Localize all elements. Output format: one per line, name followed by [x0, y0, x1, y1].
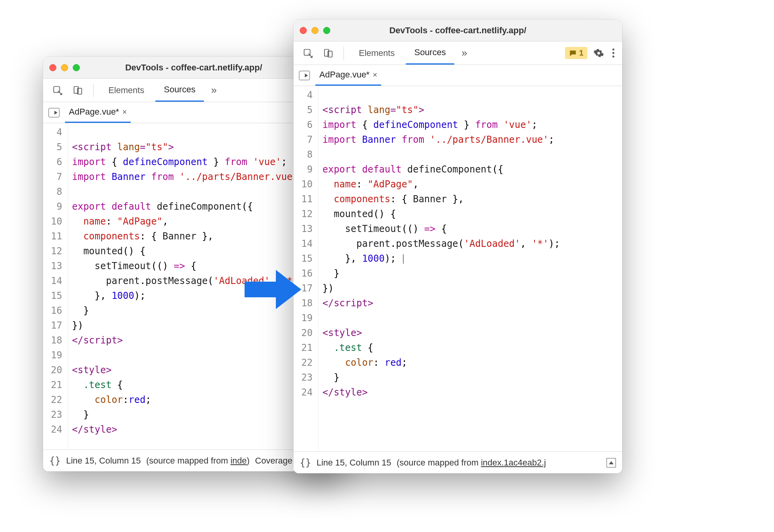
arrow-icon — [241, 266, 303, 313]
close-icon[interactable] — [300, 27, 307, 34]
minimize-icon[interactable] — [311, 27, 319, 34]
code-editor[interactable]: 456789101112131415161718192021222324 <sc… — [293, 86, 622, 451]
devtools-window-right: DevTools - coffee-cart.netlify.app/ Elem… — [293, 20, 622, 473]
collapse-drawer-icon[interactable] — [607, 458, 616, 467]
file-tab-label: AdPage.vue* — [69, 107, 119, 117]
coverage-label[interactable]: Coverage — [255, 456, 292, 466]
tab-sources[interactable]: Sources — [406, 41, 455, 65]
source-map-info: (source mapped from inde) — [146, 456, 250, 466]
file-tab-adpage[interactable]: AdPage.vue* × — [315, 65, 381, 86]
close-tab-icon[interactable]: × — [373, 70, 377, 79]
tab-elements[interactable]: Elements — [100, 79, 153, 102]
device-toggle-icon[interactable] — [69, 82, 87, 99]
more-tabs-icon[interactable]: » — [457, 47, 472, 59]
minimize-icon[interactable] — [61, 64, 68, 71]
main-toolbar: Elements Sources » 1 — [293, 41, 622, 65]
gutter: 456789101112131415161718192021222324 — [43, 123, 68, 449]
file-tab-label: AdPage.vue* — [319, 70, 369, 80]
source-map-link[interactable]: index.1ac4eab2.j — [481, 458, 546, 467]
zoom-icon[interactable] — [323, 27, 330, 34]
navigator-toggle-icon[interactable] — [299, 71, 310, 80]
inspect-icon[interactable] — [49, 82, 67, 99]
separator — [344, 47, 344, 60]
close-tab-icon[interactable]: × — [122, 108, 127, 117]
svg-rect-7 — [572, 53, 573, 54]
navigator-toggle-icon[interactable] — [49, 108, 59, 117]
close-icon[interactable] — [49, 64, 56, 71]
source-map-info: (source mapped from index.1ac4eab2.j — [397, 458, 546, 468]
pretty-print-icon[interactable]: {} — [49, 455, 61, 466]
traffic-lights — [300, 27, 330, 34]
device-toggle-icon[interactable] — [319, 45, 337, 61]
tab-elements[interactable]: Elements — [350, 41, 403, 65]
separator — [93, 84, 94, 97]
svg-rect-6 — [572, 51, 573, 53]
traffic-lights — [49, 64, 80, 71]
settings-icon[interactable] — [590, 45, 608, 61]
cursor-location: Line 15, Column 15 — [317, 458, 391, 468]
zoom-icon[interactable] — [73, 64, 80, 71]
titlebar: DevTools - coffee-cart.netlify.app/ — [293, 20, 622, 41]
code-body[interactable]: <script lang="ts">import { defineCompone… — [319, 86, 622, 451]
pretty-print-icon[interactable]: {} — [300, 457, 311, 468]
inspect-icon[interactable] — [299, 45, 317, 61]
more-tabs-icon[interactable]: » — [206, 84, 221, 96]
kebab-menu-icon[interactable] — [610, 49, 617, 58]
statusbar: {} Line 15, Column 15 (source mapped fro… — [293, 451, 622, 473]
file-tabs: AdPage.vue* × — [293, 65, 622, 86]
cursor-location: Line 15, Column 15 — [66, 456, 141, 466]
source-map-link[interactable]: inde — [230, 456, 247, 466]
file-tab-adpage[interactable]: AdPage.vue* × — [65, 102, 131, 123]
issues-badge[interactable]: 1 — [565, 47, 587, 59]
window-title: DevTools - coffee-cart.netlify.app/ — [293, 25, 622, 36]
issues-count: 1 — [579, 49, 583, 58]
tab-sources[interactable]: Sources — [155, 79, 204, 102]
